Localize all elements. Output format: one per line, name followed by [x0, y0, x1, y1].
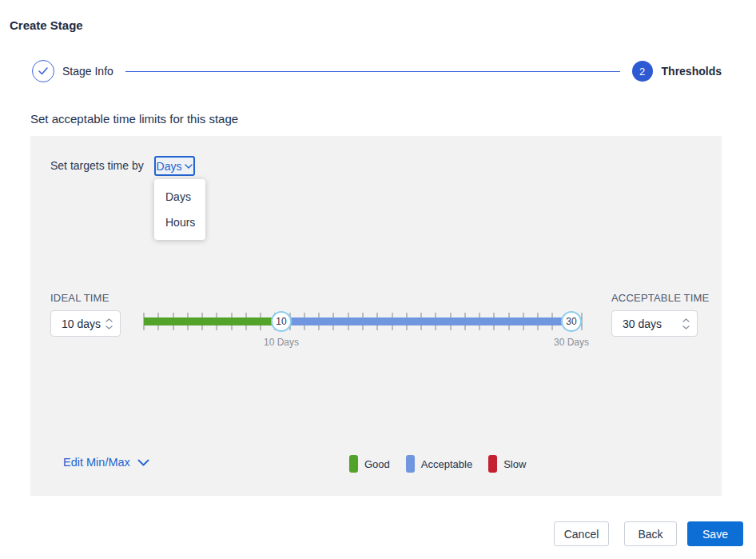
legend-item-good: Good	[349, 455, 390, 473]
acceptable-time-spinner[interactable]	[682, 318, 690, 329]
section-heading: Set acceptable time limits for this stag…	[30, 112, 238, 126]
spinner-up-icon	[105, 318, 113, 322]
back-button[interactable]: Back	[624, 521, 677, 546]
chevron-down-icon	[185, 164, 193, 169]
page-title: Create Stage	[10, 18, 83, 32]
acceptable-time-value: 30 days	[623, 317, 662, 330]
time-unit-dropdown[interactable]: Days	[154, 156, 195, 176]
slider-acceptable-value-label: 30 Days	[552, 337, 591, 348]
stepper-step-stage-info[interactable]: Stage Info	[32, 60, 113, 82]
set-targets-time-by-label: Set targets time by	[50, 159, 144, 172]
slider-legend: Good Acceptable Slow	[349, 455, 542, 473]
time-unit-selected-value: Days	[157, 160, 182, 173]
ideal-time-spinner[interactable]	[105, 318, 113, 329]
slider-acceptable-segment	[281, 317, 582, 325]
spinner-down-icon	[682, 325, 690, 329]
slider-handle-ideal[interactable]: 10	[271, 311, 292, 332]
dropdown-option-hours[interactable]: Hours	[154, 210, 205, 235]
stepper-step-thresholds[interactable]: 2 Thresholds	[632, 61, 722, 82]
stepper: Stage Info 2 Thresholds	[32, 60, 722, 82]
thresholds-label: Thresholds	[662, 65, 722, 78]
acceptable-swatch	[406, 455, 415, 473]
check-circle-icon	[32, 60, 54, 82]
slow-label: Slow	[503, 458, 526, 470]
slider-good-segment	[144, 317, 281, 325]
legend-item-slow: Slow	[488, 455, 526, 473]
acceptable-label: Acceptable	[421, 458, 472, 470]
save-button[interactable]: Save	[687, 521, 743, 546]
acceptable-time-label: ACCEPTABLE TIME	[611, 292, 709, 304]
time-unit-dropdown-menu: Days Hours	[154, 179, 205, 240]
spinner-down-icon	[105, 325, 113, 329]
slider-ideal-value-label: 10 Days	[262, 337, 300, 348]
ideal-time-label: IDEAL TIME	[50, 292, 109, 304]
spinner-up-icon	[682, 318, 690, 322]
time-range-slider[interactable]: 10 30 10 Days 30 Days	[144, 307, 582, 347]
thresholds-panel: Set targets time by Days Days Hours IDEA…	[30, 136, 722, 496]
stepper-connector-line	[125, 71, 620, 72]
legend-item-acceptable: Acceptable	[406, 455, 472, 473]
slider-handle-acceptable[interactable]: 30	[561, 311, 582, 332]
good-label: Good	[364, 458, 390, 470]
cancel-button[interactable]: Cancel	[554, 521, 609, 546]
step-number-badge: 2	[632, 61, 653, 82]
dropdown-option-days[interactable]: Days	[154, 184, 205, 210]
chevron-down-icon	[137, 459, 149, 466]
ideal-time-input[interactable]: 10 days	[50, 310, 121, 337]
good-swatch	[349, 455, 358, 473]
edit-minmax-link[interactable]: Edit Min/Max	[63, 456, 149, 469]
edit-minmax-label: Edit Min/Max	[63, 456, 130, 469]
slow-swatch	[488, 455, 497, 473]
create-stage-modal: Create Stage Stage Info 2 Thresholds Set…	[0, 0, 756, 559]
acceptable-time-input[interactable]: 30 days	[611, 310, 698, 337]
stage-info-label: Stage Info	[62, 65, 113, 78]
ideal-time-value: 10 days	[62, 317, 101, 330]
